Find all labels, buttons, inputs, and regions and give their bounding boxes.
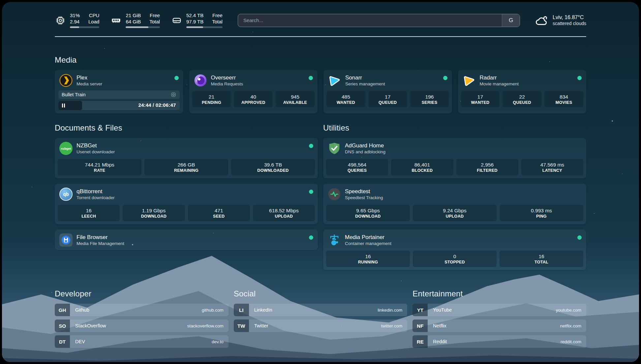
- service-header: qbqBittorrentTorrent downloader: [55, 184, 318, 204]
- bookmark-dev[interactable]: DTDEVdev.to: [55, 335, 229, 348]
- speedtest-icon: [328, 188, 341, 201]
- bookmark-url: github.com: [202, 308, 229, 313]
- bookmark-name: Netflix: [428, 323, 560, 328]
- dashboard-window: 31%CPU2.94Load21 GiBFree64 GiBTotal52.4 …: [2, 2, 639, 362]
- bookmark-section-title: Developer: [55, 289, 229, 298]
- service-stats: 744.21 MbpsRATE266 GBREMAINING39.6 TBDOW…: [55, 158, 318, 178]
- stat-value: 945: [276, 94, 314, 100]
- service-card-speedtest[interactable]: SpeedtestSpeedtest Tracking9.65 GbpsDOWN…: [323, 184, 586, 224]
- bookmark-netflix[interactable]: NFNetflixnetflix.com: [412, 319, 586, 332]
- search-provider-button[interactable]: G: [502, 14, 520, 27]
- resource-readout: 21 GiBFree64 GiBTotal: [126, 13, 160, 28]
- service-subtitle: Movie management: [480, 81, 574, 87]
- bookmark-youtube[interactable]: YTYouTubeyoutube.com: [412, 304, 586, 316]
- now-playing-time: 24:44 / 02:06:47: [138, 102, 176, 108]
- resource-readout: 52.4 TBFree97.9 TBTotal: [186, 13, 223, 28]
- service-stats: 16LEECH1.19 GbpsDOWNLOAD471SEED618.52 Mb…: [55, 204, 318, 224]
- service-card-media-portainer[interactable]: Media PortainerContainer management16RUN…: [323, 229, 586, 270]
- bookmark-github[interactable]: GHGithubgithub.com: [55, 304, 229, 316]
- bookmark-twitter[interactable]: TWTwittertwitter.com: [234, 319, 408, 332]
- service-header: nzbgetNZBGetUsenet downloader: [55, 138, 318, 158]
- stat-block: 0.993 msPING: [500, 205, 583, 221]
- stat-block: 21PENDING: [192, 91, 231, 107]
- service-subtitle: Media server: [76, 81, 170, 87]
- service-name: Plex: [76, 74, 170, 81]
- service-card-qbittorrent[interactable]: qbqBittorrentTorrent downloader16LEECH1.…: [55, 184, 318, 224]
- stat-value: 471: [189, 207, 249, 214]
- service-subtitle: Speedtest Tracking: [345, 195, 582, 200]
- service-card-radarr[interactable]: RadarrMovie management17WANTED22QUEUED83…: [458, 70, 587, 113]
- bookmark-url: reddit.com: [561, 339, 586, 344]
- stat-block: 0STOPPED: [413, 251, 497, 267]
- search-bar: G: [238, 14, 520, 27]
- stat-block: 2,956FILTERED: [456, 159, 518, 175]
- service-card-overseerr[interactable]: OverseerrMedia Requests21PENDING40APPROV…: [189, 70, 318, 113]
- stat-value: 618.52 Mbps: [254, 207, 314, 214]
- bookmark-column-social: SocialLILinkedInlinkedin.comTWTwittertwi…: [234, 289, 408, 351]
- service-card-nzbget[interactable]: nzbgetNZBGetUsenet downloader744.21 Mbps…: [55, 138, 318, 178]
- stat-block: 47.569 msLATENCY: [521, 159, 583, 175]
- resource-label: Total: [149, 19, 160, 25]
- bookmark-reddit[interactable]: RERedditreddit.com: [412, 335, 586, 348]
- resource-values: 52.4 TBFree97.9 TBTotal: [186, 13, 223, 25]
- stat-label: FILTERED: [457, 168, 518, 173]
- stat-block: 39.6 TBDOWNLOADED: [231, 159, 315, 175]
- service-stats: 485WANTED17QUEUED196SERIES: [323, 90, 452, 110]
- resource-progress-bar: [186, 26, 223, 28]
- service-titles: SpeedtestSpeedtest Tracking: [345, 188, 582, 200]
- service-card-file-browser[interactable]: File BrowserMedia File Management: [55, 229, 318, 250]
- service-header: SonarrSeries management: [323, 70, 452, 90]
- cloud-icon: [534, 14, 548, 27]
- stat-value: 17: [462, 94, 499, 100]
- weather-condition: scattered clouds: [553, 21, 586, 26]
- cpu-icon: [55, 15, 66, 26]
- disk-icon: [171, 15, 182, 26]
- service-subtitle: Media File Management: [76, 241, 305, 246]
- bookmark-linkedin[interactable]: LILinkedInlinkedin.com: [234, 304, 408, 316]
- resource-label: Load: [88, 19, 99, 25]
- service-name: Speedtest: [345, 188, 582, 195]
- search-input[interactable]: [238, 14, 502, 27]
- stat-value: 485: [327, 94, 365, 100]
- stat-label: WANTED: [327, 100, 365, 105]
- topbar-divider: [55, 36, 586, 37]
- stat-label: REMAINING: [145, 168, 228, 173]
- stat-label: RUNNING: [327, 259, 409, 265]
- stat-label: PENDING: [193, 100, 230, 105]
- section-title-documents: Documents & Files: [55, 123, 318, 133]
- bookmark-stackoverflow[interactable]: SOStackOverflowstackoverflow.com: [55, 319, 229, 332]
- service-card-adguard-home[interactable]: AdGuard HomeDNS and adblocking498,564QUE…: [323, 138, 586, 178]
- bookmark-url: youtube.com: [556, 308, 586, 313]
- bookmark-name: LinkedIn: [249, 307, 378, 313]
- service-subtitle: Media Requests: [211, 81, 305, 87]
- resource-label: Free: [149, 13, 160, 18]
- stat-label: LATENCY: [522, 168, 583, 173]
- service-header: SpeedtestSpeedtest Tracking: [323, 184, 586, 204]
- stat-value: 47.569 ms: [522, 162, 583, 168]
- stat-block: 834MOVIES: [544, 91, 583, 107]
- stat-label: QUEUED: [503, 100, 541, 105]
- service-card-plex[interactable]: PlexMedia serverBullet Train24:44 / 02:0…: [55, 70, 183, 113]
- status-dot: [443, 76, 447, 80]
- stat-label: DOWNLOAD: [327, 214, 409, 219]
- service-titles: OverseerrMedia Requests: [211, 74, 305, 87]
- status-dot: [577, 235, 582, 240]
- pause-icon: [62, 104, 65, 107]
- resource-label: Total: [212, 19, 223, 25]
- service-name: Media Portainer: [345, 234, 573, 241]
- bookmark-url: stackoverflow.com: [187, 323, 228, 328]
- stat-label: QUEUED: [369, 100, 407, 105]
- stat-label: PING: [500, 214, 583, 219]
- service-header: Media PortainerContainer management: [323, 229, 586, 250]
- stat-value: 17: [369, 94, 407, 100]
- service-header: File BrowserMedia File Management: [55, 229, 318, 250]
- stat-value: 22: [503, 94, 541, 100]
- resource-progress-bar: [126, 26, 160, 28]
- stat-label: TOTAL: [500, 259, 583, 265]
- bookmark-name: Twitter: [249, 323, 381, 328]
- resource-label: CPU: [88, 13, 99, 18]
- filebrowser-icon: [59, 233, 73, 247]
- service-name: Sonarr: [345, 74, 439, 81]
- service-card-sonarr[interactable]: SonarrSeries management485WANTED17QUEUED…: [323, 70, 452, 113]
- resource-widget: 52.4 TBFree97.9 TBTotal: [171, 13, 223, 28]
